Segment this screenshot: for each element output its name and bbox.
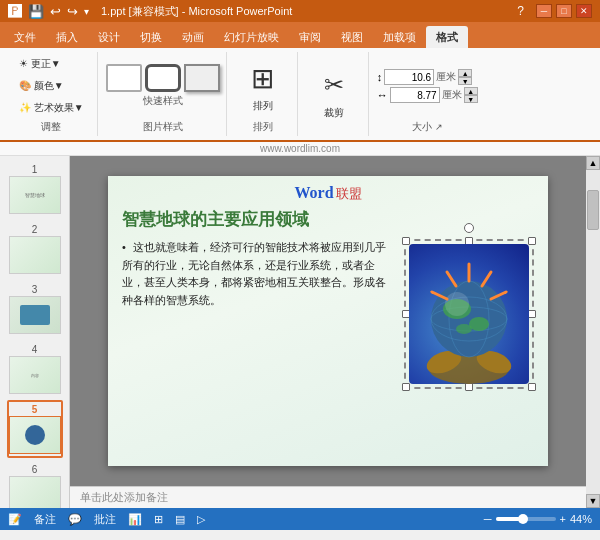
slide-preview-4: 内容 <box>9 356 61 394</box>
ribbon-group-adjust: ☀ 更正▼ 🎨 颜色▼ ✨ 艺术效果▼ 调整 <box>6 52 98 136</box>
adjust-buttons: ☀ 更正▼ 🎨 颜色▼ ✨ 艺术效果▼ <box>12 54 91 118</box>
arrange-group-label: 排列 <box>253 120 273 134</box>
tab-review[interactable]: 审阅 <box>289 26 331 48</box>
maximize-btn[interactable]: □ <box>556 4 572 18</box>
quick-undo[interactable]: ↩ <box>50 4 61 19</box>
slide5-image <box>409 244 529 384</box>
tab-insert[interactable]: 插入 <box>46 26 88 48</box>
quick-redo[interactable]: ↪ <box>67 4 78 19</box>
crop-btn[interactable]: ✂ 裁剪 <box>306 61 362 125</box>
slide-preview-2 <box>9 236 61 274</box>
picture-styles-label: 图片样式 <box>143 120 183 134</box>
zoom-percent[interactable]: 44% <box>570 513 592 525</box>
width-up[interactable]: ▲ <box>464 87 478 95</box>
brand-word: Word <box>294 184 333 202</box>
svg-point-9 <box>456 324 472 334</box>
slide5-image-container[interactable] <box>404 239 534 389</box>
resize-handle-br[interactable] <box>528 383 536 391</box>
title-bar-controls: ? ─ □ ✕ <box>517 4 592 18</box>
style-preset-1[interactable] <box>106 64 142 92</box>
width-row: ↔ 厘米 ▲ ▼ <box>377 87 478 103</box>
slide-num-3: 3 <box>32 284 38 295</box>
scroll-down-btn[interactable]: ▼ <box>586 494 600 508</box>
zoom-out-btn[interactable]: ─ <box>484 513 492 525</box>
tab-view[interactable]: 视图 <box>331 26 373 48</box>
resize-handle-bm[interactable] <box>465 383 473 391</box>
color-btn[interactable]: 🎨 颜色▼ <box>12 76 91 96</box>
status-icon-4: ▷ <box>197 513 205 526</box>
resize-handle-tr[interactable] <box>528 237 536 245</box>
size-inputs: ↕ 厘米 ▲ ▼ ↔ 厘米 ▲ ▼ <box>377 69 478 103</box>
rotate-handle[interactable] <box>464 223 474 233</box>
artistic-effects-btn[interactable]: ✨ 艺术效果▼ <box>12 98 91 118</box>
zoom-knob[interactable] <box>518 514 528 524</box>
scroll-thumb[interactable] <box>587 190 599 230</box>
slide-preview-3 <box>9 296 61 334</box>
tab-design[interactable]: 设计 <box>88 26 130 48</box>
svg-point-3 <box>431 281 507 357</box>
zoom-in-btn[interactable]: + <box>560 513 566 525</box>
width-input[interactable] <box>390 87 440 103</box>
slide-thumb-2[interactable]: 2 <box>7 220 63 278</box>
minimize-btn[interactable]: ─ <box>536 4 552 18</box>
height-down[interactable]: ▼ <box>458 77 472 85</box>
slide-preview-5 <box>9 416 61 454</box>
slide-thumb-3[interactable]: 3 <box>7 280 63 338</box>
style-preset-2[interactable] <box>145 64 181 92</box>
status-icon-1: 📊 <box>128 513 142 526</box>
tab-slideshow[interactable]: 幻灯片放映 <box>214 26 289 48</box>
brand-union: 联盟 <box>336 185 362 203</box>
tab-file[interactable]: 文件 <box>4 26 46 48</box>
slide5-body: • 这也就意味着，经济可行的智能技术将被应用到几乎所有的行业，无论自然体系，还是… <box>122 239 534 389</box>
notes-status-icon: 📝 <box>8 513 22 526</box>
corrections-btn[interactable]: ☀ 更正▼ <box>12 54 91 74</box>
comment-status-label[interactable]: 批注 <box>94 512 116 527</box>
zoom-control: ─ + 44% <box>484 513 592 525</box>
title-bar: 🅿 💾 ↩ ↪ ▾ 1.ppt [兼容模式] - Microsoft Power… <box>0 0 600 22</box>
height-input[interactable] <box>384 69 434 85</box>
tab-transition[interactable]: 切换 <box>130 26 172 48</box>
slide-thumb-5[interactable]: 5 <box>7 400 63 458</box>
slide5-text-content: • 这也就意味着，经济可行的智能技术将被应用到几乎所有的行业，无论自然体系，还是… <box>122 239 392 389</box>
height-up[interactable]: ▲ <box>458 69 472 77</box>
slide-thumb-6[interactable]: 6 <box>7 460 63 508</box>
notes-placeholder: 单击此处添加备注 <box>80 490 168 505</box>
svg-point-10 <box>445 292 469 316</box>
ribbon-tabs: 文件 插入 设计 切换 动画 幻灯片放映 审阅 视图 加载项 格式 <box>0 22 600 48</box>
slide-thumb-4[interactable]: 4 内容 <box>7 340 63 398</box>
scroll-track[interactable] <box>586 170 600 494</box>
resize-handle-mr[interactable] <box>528 310 536 318</box>
slide-canvas[interactable]: Word 联盟 智慧地球的主要应用领域 • 这也就意味着，经济可行的智能技术将被… <box>108 176 548 466</box>
style-preset-3[interactable] <box>184 64 220 92</box>
tab-format[interactable]: 格式 <box>426 26 468 48</box>
tab-addins[interactable]: 加载项 <box>373 26 426 48</box>
close-btn[interactable]: ✕ <box>576 4 592 18</box>
slide-num-5: 5 <box>32 404 38 415</box>
zoom-bar[interactable] <box>496 517 556 521</box>
size-content: ↕ 厘米 ▲ ▼ ↔ 厘米 ▲ ▼ <box>377 54 478 118</box>
width-spinner: ▲ ▼ <box>464 87 478 103</box>
adjust-column: ☀ 更正▼ 🎨 颜色▼ ✨ 艺术效果▼ <box>12 54 91 118</box>
height-spinner: ▲ ▼ <box>458 69 472 85</box>
help-btn[interactable]: ? <box>517 4 524 18</box>
slide-content-wrapper: Word 联盟 智慧地球的主要应用领域 • 这也就意味着，经济可行的智能技术将被… <box>70 156 586 508</box>
arrange-btn[interactable]: ⊞ 排列 <box>235 54 291 118</box>
slide-panel: 1 智慧地球 2 3 4 内容 <box>0 156 70 508</box>
notes-bar[interactable]: 单击此处添加备注 <box>70 486 586 508</box>
customize-quick-access[interactable]: ▾ <box>84 6 89 17</box>
zoom-bar-fill <box>496 517 520 521</box>
ribbon-content: ☀ 更正▼ 🎨 颜色▼ ✨ 艺术效果▼ 调整 快速样式 图片样式 ⊞ <box>0 48 600 142</box>
resize-handle-bl[interactable] <box>402 383 410 391</box>
svg-line-12 <box>482 272 491 286</box>
width-down[interactable]: ▼ <box>464 95 478 103</box>
resize-handle-tl[interactable] <box>402 237 410 245</box>
notes-status-label[interactable]: 备注 <box>34 512 56 527</box>
quick-save[interactable]: 💾 <box>28 4 44 19</box>
brand-logo: Word 联盟 <box>294 184 361 203</box>
slide-num-2: 2 <box>32 224 38 235</box>
tab-animation[interactable]: 动画 <box>172 26 214 48</box>
arrange-label: 排列 <box>253 99 273 113</box>
slide-thumb-1[interactable]: 1 智慧地球 <box>7 160 63 218</box>
scroll-up-btn[interactable]: ▲ <box>586 156 600 170</box>
width-icon: ↔ <box>377 89 388 101</box>
